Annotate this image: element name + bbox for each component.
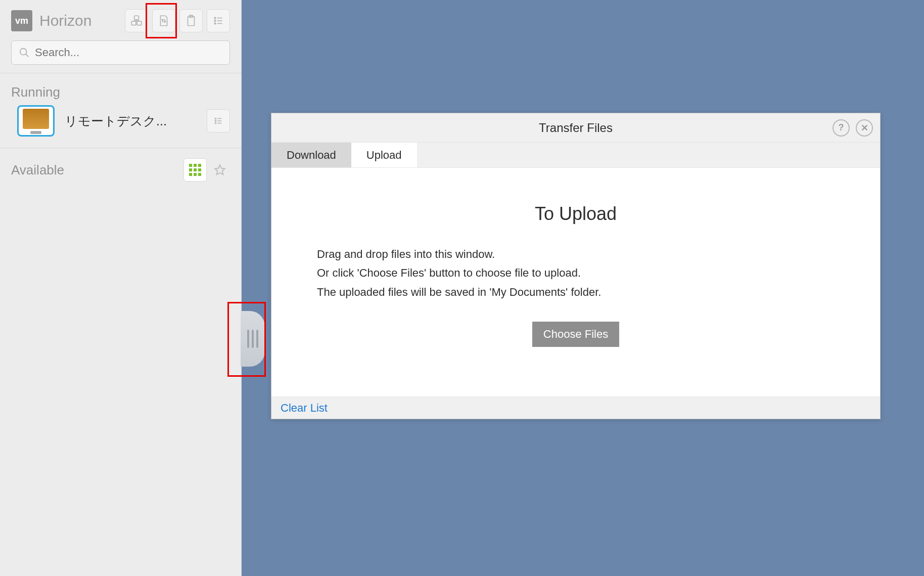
running-section-title: Running	[0, 73, 241, 102]
svg-point-6	[214, 20, 216, 22]
close-icon: ✕	[861, 122, 868, 134]
list-icon	[212, 14, 225, 27]
grip-icon	[247, 330, 258, 348]
upload-instructions: Drag and drop files into this window. Or…	[317, 245, 601, 301]
upload-line-3: The uploaded files will be saved in 'My …	[317, 283, 601, 301]
brand-name: Horizon	[39, 12, 91, 29]
settings-list-button[interactable]	[207, 9, 230, 32]
toolbar	[125, 9, 230, 32]
brand: vm Horizon	[11, 10, 91, 31]
upload-panel: To Upload Drag and drop files into this …	[271, 168, 880, 396]
remote-desktop-area: Transfer Files ? ✕ Download Upload To Up…	[242, 0, 924, 576]
choose-files-button[interactable]: Choose Files	[532, 322, 619, 347]
clipboard-icon	[184, 14, 198, 27]
running-item[interactable]: リモートデスク...	[0, 102, 241, 148]
svg-point-13	[215, 118, 216, 119]
vmware-logo: vm	[11, 10, 32, 31]
close-button[interactable]: ✕	[856, 119, 873, 137]
clear-list-link[interactable]: Clear List	[281, 402, 328, 415]
grid-view-button[interactable]	[183, 158, 207, 182]
svg-rect-1	[131, 21, 136, 25]
tab-download[interactable]: Download	[271, 143, 351, 167]
dialog-footer: Clear List	[271, 396, 880, 419]
help-icon: ?	[839, 122, 844, 133]
favorites-button[interactable]	[210, 160, 230, 180]
desktop-thumbnail	[17, 105, 55, 137]
search-input[interactable]	[35, 46, 222, 59]
list-icon	[213, 115, 224, 126]
clipboard-button[interactable]	[179, 9, 203, 32]
dialog-tabs: Download Upload	[271, 143, 880, 168]
upload-line-2: Or click 'Choose Files' button to choose…	[317, 263, 601, 282]
svg-point-11	[20, 49, 27, 55]
search-icon	[19, 47, 30, 58]
file-transfer-icon	[157, 14, 170, 27]
search-box[interactable]	[11, 40, 230, 65]
svg-line-12	[26, 54, 29, 57]
grid-icon	[189, 164, 201, 176]
available-section: Available	[0, 148, 241, 187]
help-button[interactable]: ?	[833, 119, 850, 137]
desktops-icon	[130, 14, 143, 27]
star-icon	[213, 163, 226, 176]
sidebar-header: vm Horizon	[0, 0, 241, 37]
running-item-menu-button[interactable]	[207, 109, 230, 132]
search-wrap	[0, 37, 241, 73]
file-transfer-button[interactable]	[152, 9, 175, 32]
tab-upload[interactable]: Upload	[351, 143, 417, 167]
desktops-button[interactable]	[125, 9, 148, 32]
sidebar: vm Horizon Running リモートデスク...	[0, 0, 242, 576]
sidebar-toggle-handle[interactable]	[241, 311, 265, 367]
dialog-titlebar: Transfer Files ? ✕	[271, 113, 880, 143]
svg-point-14	[215, 120, 216, 121]
svg-marker-19	[215, 165, 225, 174]
running-item-label: リモートデスク...	[65, 113, 167, 129]
svg-point-7	[214, 23, 216, 24]
upload-line-1: Drag and drop files into this window.	[317, 245, 601, 263]
upload-heading: To Upload	[535, 203, 617, 225]
transfer-files-dialog: Transfer Files ? ✕ Download Upload To Up…	[271, 113, 881, 419]
svg-rect-0	[134, 16, 139, 20]
available-section-title: Available	[11, 162, 64, 178]
svg-rect-2	[137, 21, 142, 25]
dialog-title: Transfer Files	[539, 121, 613, 135]
svg-point-5	[214, 17, 216, 19]
svg-point-15	[215, 122, 216, 123]
